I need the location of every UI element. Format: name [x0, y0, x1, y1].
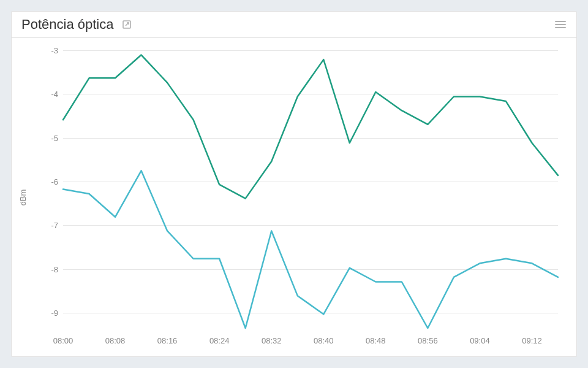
x-tick-label: 08:00 — [53, 336, 74, 345]
x-tick-label: 09:12 — [522, 336, 542, 345]
x-tick-label: 08:16 — [157, 336, 178, 345]
x-tick-label: 08:56 — [418, 336, 438, 345]
panel-title: Potência óptica — [21, 17, 113, 33]
x-tick-label: 08:40 — [314, 336, 334, 345]
chart-container: dBm -3-4-5-6-7-8-908:0008:0808:1608:2408… — [12, 38, 576, 356]
y-tick-label: -7 — [40, 221, 58, 230]
x-tick-label: 08:48 — [366, 336, 386, 345]
y-tick-label: -5 — [40, 133, 58, 142]
y-tick-label: -9 — [40, 309, 58, 318]
chart-panel: Potência óptica dBm -3-4-5-6-7-8-908:000… — [11, 11, 577, 357]
popout-icon[interactable] — [122, 20, 132, 29]
y-tick-label: -6 — [40, 177, 58, 186]
x-tick-label: 09:04 — [470, 336, 490, 345]
plot-area — [63, 50, 558, 328]
hamburger-menu-icon[interactable] — [554, 18, 567, 31]
y-axis-label: dBm — [18, 189, 28, 205]
line-series — [63, 50, 558, 328]
x-tick-label: 08:32 — [262, 336, 282, 345]
series-line-series-b — [63, 171, 558, 328]
y-tick-label: -4 — [40, 90, 58, 99]
x-tick-label: 08:24 — [209, 336, 230, 345]
x-tick-label: 08:08 — [105, 336, 126, 345]
y-tick-label: -8 — [40, 264, 58, 274]
y-tick-label: -3 — [40, 46, 58, 55]
panel-header: Potência óptica — [12, 12, 576, 38]
